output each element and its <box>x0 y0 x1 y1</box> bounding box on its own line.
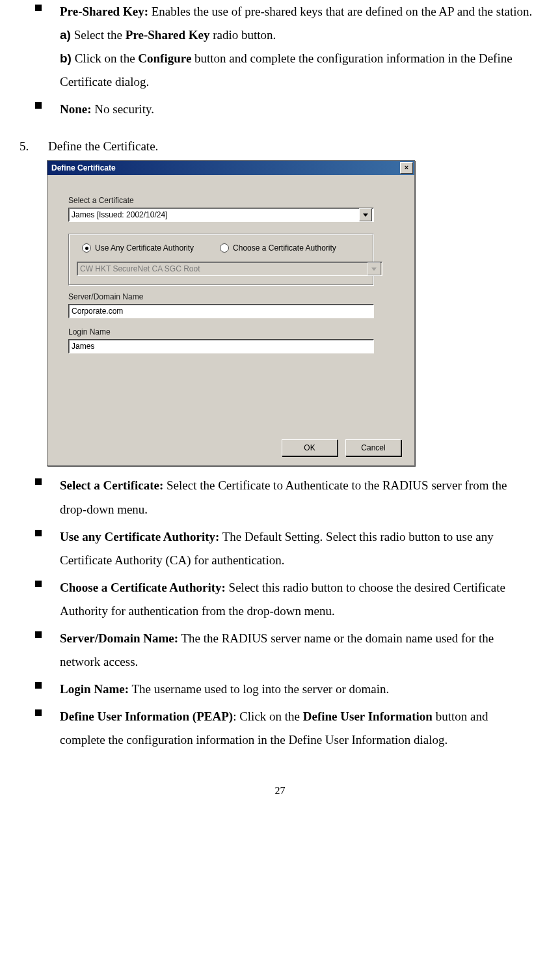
ca-combo: CW HKT SecureNet CA SGC Root <box>77 262 382 276</box>
ok-label: OK <box>304 443 315 452</box>
ok-button[interactable]: OK <box>282 439 338 456</box>
substep-pre: Click on the <box>72 51 138 65</box>
term: Server/Domain Name: <box>60 631 178 645</box>
chevron-down-icon <box>367 262 380 275</box>
list-item: Define User Information (PEAP): Click on… <box>18 705 542 752</box>
list-item: Login Name: The username used to log int… <box>18 678 542 701</box>
chevron-down-icon[interactable] <box>359 208 372 221</box>
square-bullet-icon <box>35 682 42 689</box>
list-item: Use any Certificate Authority: The Defau… <box>18 525 542 572</box>
bullet-psk: Pre-Shared Key: Enables the use of pre-s… <box>18 0 542 94</box>
square-bullet-icon <box>35 478 42 485</box>
substep-bold: Pre-Shared Key <box>126 28 210 42</box>
radio-use-any-label: Use Any Certificate Authority <box>95 243 194 253</box>
cancel-label: Cancel <box>361 443 385 452</box>
list-item: Choose a Certificate Authority: Select t… <box>18 576 542 623</box>
dialog-titlebar: Define Certificate × <box>47 161 414 175</box>
radio-icon <box>82 243 91 253</box>
square-bullet-icon <box>35 5 42 11</box>
cancel-button[interactable]: Cancel <box>345 439 401 456</box>
substep-post: radio button. <box>209 28 276 42</box>
login-name-value: James <box>72 342 94 351</box>
square-bullet-icon <box>35 631 42 638</box>
step-5: 5. Define the Certificate. <box>18 139 542 154</box>
term: Login Name: <box>60 682 129 696</box>
ca-groupbox: Use Any Certificate Authority Choose a C… <box>68 234 374 286</box>
radio-icon <box>220 243 229 253</box>
term: Choose a Certificate Authority: <box>60 581 226 594</box>
close-icon[interactable]: × <box>400 162 413 174</box>
server-domain-value: Corporate.com <box>72 307 123 316</box>
square-bullet-icon <box>35 530 42 536</box>
dialog-title: Define Certificate <box>51 163 116 172</box>
step-text: Define the Certificate. <box>48 139 542 154</box>
select-cert-value: James [Issued: 2002/10/24] <box>72 210 359 219</box>
page-number: 27 <box>18 785 542 797</box>
substep-label: a) <box>60 28 71 42</box>
list-item: Server/Domain Name: The the RADIUS serve… <box>18 627 542 674</box>
define-certificate-dialog: Define Certificate × Select a Certificat… <box>47 160 415 466</box>
radio-choose-ca[interactable]: Choose a Certificate Authority <box>220 243 336 253</box>
text-pre: : Click on the <box>233 709 303 723</box>
bottom-bullet-list: Select a Certificate: Select the Certifi… <box>18 474 542 752</box>
term-text: The username used to log into the server… <box>129 682 389 696</box>
server-domain-label: Server/Domain Name <box>68 292 393 301</box>
term: Select a Certificate: <box>60 478 163 492</box>
list-item: Select a Certificate: Select the Certifi… <box>18 474 542 521</box>
substep-label: b) <box>60 51 72 65</box>
term-text: Enables the use of pre-shared keys that … <box>148 5 532 18</box>
login-name-label: Login Name <box>68 327 393 337</box>
login-name-input[interactable]: James <box>68 339 374 353</box>
term: None: <box>60 102 92 116</box>
radio-use-any-ca[interactable]: Use Any Certificate Authority <box>82 243 194 253</box>
square-bullet-icon <box>35 102 42 109</box>
top-bullet-list: Pre-Shared Key: Enables the use of pre-s… <box>18 0 542 121</box>
term: Use any Certificate Authority: <box>60 530 219 543</box>
substep-pre: Select the <box>71 28 126 42</box>
substep-bold: Configure <box>138 51 191 65</box>
step-number: 5. <box>18 139 48 154</box>
square-bullet-icon <box>35 709 42 716</box>
square-bullet-icon <box>35 581 42 587</box>
radio-choose-label: Choose a Certificate Authority <box>233 243 336 253</box>
bullet-none: None: No security. <box>18 98 542 121</box>
server-domain-input[interactable]: Corporate.com <box>68 304 374 318</box>
term: Define User Information (PEAP) <box>60 709 233 723</box>
select-cert-combo[interactable]: James [Issued: 2002/10/24] <box>68 208 374 222</box>
bold-inline: Define User Information <box>303 709 433 723</box>
term: Pre-Shared Key: <box>60 5 148 18</box>
select-cert-label: Select a Certificate <box>68 196 393 205</box>
ca-combo-value: CW HKT SecureNet CA SGC Root <box>80 264 367 273</box>
term-text: No security. <box>92 102 154 116</box>
